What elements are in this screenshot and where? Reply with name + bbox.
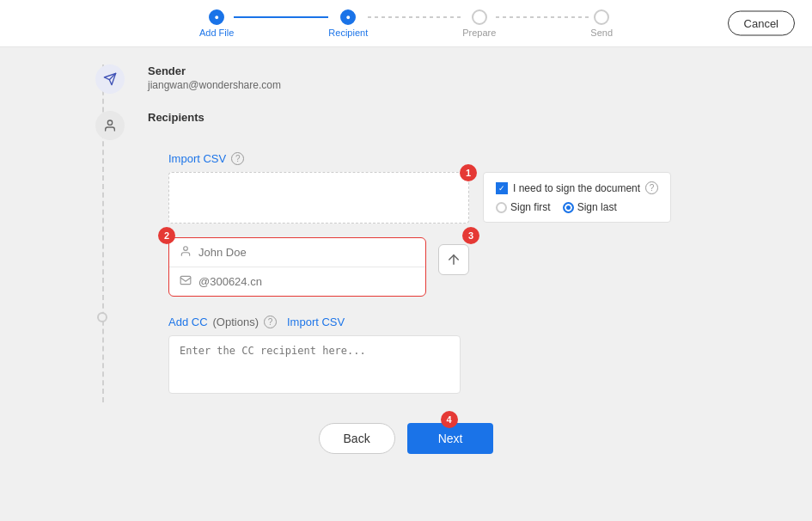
step-label-recipient: Recipient: [328, 28, 368, 38]
step-circle-add-file: ●: [209, 9, 224, 25]
step-label-prepare: Prepare: [462, 28, 496, 38]
recipient-form: [168, 237, 426, 297]
main-content: Sender jiangwan@wondershare.com Recipien…: [0, 47, 812, 488]
import-csv-link[interactable]: Import CSV: [168, 152, 226, 165]
step-recipient[interactable]: ● Recipient: [328, 9, 368, 38]
step-line-1: [234, 16, 328, 18]
recipient-form-wrapper: 2: [168, 237, 760, 297]
upload-button[interactable]: [438, 244, 469, 275]
sign-options-box: ✓ I need to sign the document ? Sign fir…: [483, 172, 671, 223]
top-bar: ● Add File ● Recipient Prepare Send Canc…: [0, 0, 812, 47]
email-icon: [180, 274, 192, 289]
sender-icon: [95, 64, 125, 94]
bottom-bar: 4 Back Next: [52, 423, 760, 471]
email-input-row: [169, 267, 425, 296]
cc-label-row: Add CC (Options) ? Import CSV: [168, 316, 760, 328]
badge-4: 4: [441, 411, 458, 428]
sign-last-radio[interactable]: [563, 202, 574, 213]
sign-option-label: I need to sign the document: [513, 182, 640, 194]
cc-dot: [97, 312, 107, 322]
sender-email: jiangwan@wondershare.com: [148, 79, 760, 91]
person-icon: [180, 245, 192, 260]
svg-rect-4: [180, 276, 191, 284]
sender-sign-box: 1: [168, 172, 469, 224]
badge-2: 2: [158, 227, 175, 244]
recipient-area-row: 1 ✓ I need to sign the document ? Sign f…: [168, 172, 760, 224]
recipients-content: Recipients: [148, 111, 760, 126]
back-button[interactable]: Back: [319, 423, 395, 454]
sign-last-option[interactable]: Sign last: [563, 201, 617, 213]
sign-first-label: Sign first: [510, 201, 551, 213]
step-circle-prepare: [472, 9, 487, 25]
step-label-add-file: Add File: [199, 28, 234, 38]
name-input-row: [169, 238, 425, 267]
sender-section: Sender jiangwan@wondershare.com: [112, 64, 760, 94]
sign-first-option[interactable]: Sign first: [496, 201, 551, 213]
steps-container: ● Add File ● Recipient Prepare Send: [199, 9, 613, 38]
recipient-name-input[interactable]: [198, 246, 415, 259]
svg-point-2: [107, 120, 112, 125]
cc-import-csv-link[interactable]: Import CSV: [287, 316, 345, 328]
sender-title: Sender: [148, 64, 760, 77]
svg-point-3: [184, 247, 188, 251]
import-csv-help-icon[interactable]: ?: [231, 152, 244, 165]
cc-help-icon[interactable]: ?: [264, 316, 277, 328]
step-send[interactable]: Send: [590, 9, 613, 38]
badge-3: 3: [462, 227, 479, 244]
step-add-file[interactable]: ● Add File: [199, 9, 234, 38]
import-csv-row: Import CSV ?: [168, 152, 760, 165]
step-circle-recipient: ●: [340, 9, 356, 25]
cc-options-label: (Options): [213, 316, 259, 328]
recipients-icon: [95, 111, 125, 140]
add-cc-link[interactable]: Add CC: [168, 316, 208, 328]
recipients-section: Recipients: [112, 111, 760, 140]
timeline-dot-cc: [97, 297, 107, 322]
cc-textarea[interactable]: [168, 335, 461, 394]
step-line-2: [368, 16, 462, 18]
step-line-3: [496, 16, 590, 18]
cc-section: Add CC (Options) ? Import CSV: [168, 316, 760, 397]
sign-first-radio[interactable]: [496, 202, 507, 213]
sign-last-label: Sign last: [577, 201, 617, 213]
cancel-button[interactable]: Cancel: [728, 11, 795, 36]
recipient-email-input[interactable]: [198, 275, 415, 288]
step-circle-send: [594, 9, 609, 25]
step-prepare[interactable]: Prepare: [462, 9, 496, 38]
sign-checkbox[interactable]: ✓: [496, 182, 508, 194]
step-label-send: Send: [590, 28, 613, 38]
recipients-subsection: Import CSV ? 1 ✓ I need to sign the docu…: [168, 152, 760, 297]
recipients-title: Recipients: [148, 111, 760, 124]
sender-content: Sender jiangwan@wondershare.com: [148, 64, 760, 91]
sign-option-help-icon[interactable]: ?: [645, 181, 658, 194]
sign-option-title: ✓ I need to sign the document ?: [496, 181, 658, 194]
badge-1: 1: [460, 164, 477, 181]
radio-row: Sign first Sign last: [496, 201, 658, 213]
